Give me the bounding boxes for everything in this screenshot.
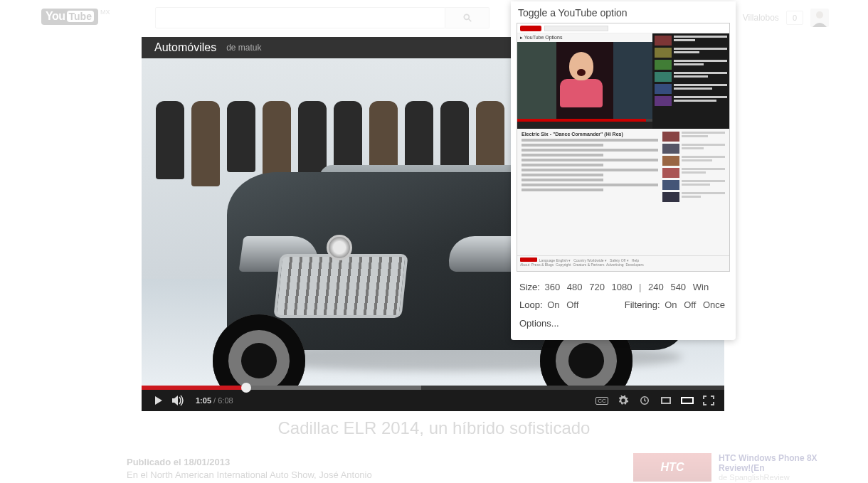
size-540[interactable]: 540 [670,282,686,292]
size-wide-button[interactable] [679,392,696,409]
progress-bar[interactable] [142,386,724,390]
time-total: 6:08 [218,396,233,405]
fullscreen-icon [703,396,714,405]
filter-on[interactable]: On [665,299,677,310]
size-720[interactable]: 720 [589,282,605,292]
size-1080[interactable]: 1080 [612,282,633,292]
time-display: 1:05 / 6:08 [196,396,233,405]
clock-icon [640,396,650,405]
gear-icon [618,395,629,406]
size-240[interactable]: 240 [648,282,664,292]
size-480[interactable]: 480 [567,282,583,292]
filter-label: Filtering: [625,299,660,310]
filter-off[interactable]: Off [684,299,696,310]
size-label: Size: [519,282,540,292]
volume-icon [172,395,185,406]
fullscreen-button[interactable] [700,392,717,409]
popup-options: Size: 360 480 720 1080 | 240 540 Win Loo… [511,272,736,315]
progress-loaded [246,386,421,390]
cc-button[interactable]: CC [593,392,610,409]
category-title[interactable]: Automóviles [154,41,216,54]
progress-played [142,386,246,390]
time-current: 1:05 [196,396,211,405]
options-popup: Toggle a YouTube option ▸ YouTube Option… [511,1,736,340]
size-win[interactable]: Win [693,282,709,292]
popup-preview: ▸ YouTube Options Electric Six - "Dance … [517,23,730,272]
loop-off[interactable]: Off [566,299,578,310]
loop-on[interactable]: On [547,299,559,310]
small-player-icon [661,397,671,404]
watch-later-button[interactable] [636,392,653,409]
cc-icon: CC [596,397,608,405]
author-link[interactable]: de matuk [226,43,261,53]
play-icon [155,396,162,405]
loop-row: Loop: On Off [519,297,581,314]
player-controls: 1:05 / 6:08 CC [142,390,724,411]
filter-row: Filtering: On Off Once [625,297,727,314]
loop-label: Loop: [519,299,543,310]
play-button[interactable] [149,391,169,410]
popup-title: Toggle a YouTube option [511,1,736,23]
options-link[interactable]: Options... [511,315,736,333]
filter-once[interactable]: Once [703,299,725,310]
volume-button[interactable] [169,391,189,410]
size-small-button[interactable] [657,392,674,409]
settings-button[interactable] [615,392,632,409]
mini-logo-icon [520,26,541,31]
size-360[interactable]: 360 [545,282,561,292]
size-row: Size: 360 480 720 1080 | 240 540 Win [519,279,727,297]
wide-player-icon [681,397,694,404]
